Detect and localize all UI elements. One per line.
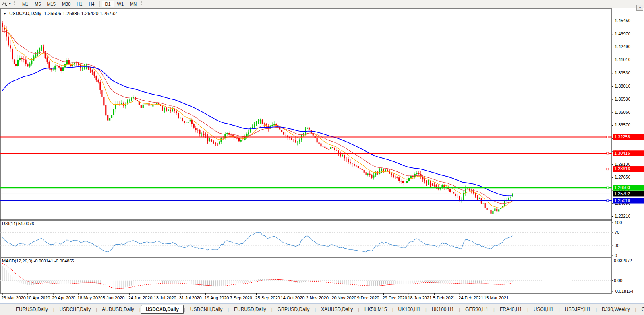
price-tag: 1.28616 — [613, 166, 644, 172]
svg-text:1.26503: 1.26503 — [614, 185, 630, 190]
svg-text:1.25019: 1.25019 — [614, 198, 630, 203]
price-tag: 1.25792 — [613, 191, 644, 196]
date-axis-label: 15 Mar 2021 — [484, 296, 509, 300]
chart-tab-USDCHF-Daily[interactable]: USDCHF,Daily — [55, 305, 96, 314]
price-tag: 1.30415 — [613, 150, 644, 156]
rsi-axis-label: 30 — [615, 243, 619, 248]
price-tag: 1.32258 — [613, 134, 644, 140]
toolbar-grip[interactable] — [14, 1, 17, 6]
date-axis-label: 7 Sep 2020 — [230, 296, 252, 300]
macd-axis-label: -0.018154 — [614, 289, 634, 294]
chart-tab-DJ30-Weekly[interactable]: DJ30,Weekly — [597, 305, 634, 314]
timeframe-button-H4[interactable]: H4 — [85, 1, 97, 7]
panel-corner-button[interactable]: ◄ — [636, 5, 643, 11]
price-axis-label: 1.41010 — [615, 57, 630, 62]
timeframe-button-D1[interactable]: D1 — [102, 1, 114, 7]
date-axis-label: 19 Aug 2020 — [205, 296, 229, 300]
date-axis-label: 5 Jun 2020 — [103, 296, 124, 300]
line-handle[interactable] — [607, 200, 609, 202]
macd-indicator-label: MACD(12,26,9) -0.003141 -0.004855 — [2, 259, 74, 263]
price-axis-label: 1.39530 — [615, 70, 630, 75]
chart-tab-XAUUSD-Daily[interactable]: XAUUSD,Daily — [316, 305, 358, 314]
chart-tab-USDCAD-Daily[interactable]: USDCAD,Daily — [141, 305, 184, 314]
chart-tab-GER30-H1[interactable]: GER30,H1 — [460, 305, 493, 314]
chart-tab-EURUSD-Daily[interactable]: EURUSD,Daily — [229, 305, 271, 314]
rsi-axis-label: 100 — [615, 220, 622, 225]
svg-text:1.28616: 1.28616 — [614, 166, 630, 171]
price-axis-label: 1.23210 — [615, 214, 630, 218]
chart-tab-UK100-H1[interactable]: UK100,H1 — [427, 305, 458, 314]
rsi-axis-label: 0 — [615, 253, 617, 258]
timeframe-button-M1[interactable]: M1 — [19, 1, 31, 7]
chart-canvas[interactable]: 1.454501.439701.424901.410101.395301.380… — [0, 0, 644, 303]
timeframe-button-M5[interactable]: M5 — [31, 1, 44, 7]
date-axis-label: 24 Feb 2021 — [458, 296, 483, 300]
date-axis-label: 20 Nov 2020 — [331, 296, 356, 300]
price-axis-label: 1.43970 — [615, 31, 630, 36]
date-axis-label: 29 Dec 2020 — [382, 296, 407, 300]
price-axis-label: 1.33570 — [615, 122, 630, 127]
date-axis-label: 9 Dec 2020 — [357, 296, 379, 300]
price-tag: 1.26503 — [613, 185, 644, 191]
svg-text:1.32258: 1.32258 — [614, 134, 630, 139]
toolbar: ▼ M1M5M15M30H1H4D1W1MN — [0, 0, 644, 8]
price-axis-label: 1.27650 — [615, 175, 630, 179]
price-axis-label: 1.35050 — [615, 110, 630, 115]
chart-ohlc-values: 1.25506 1.25885 1.25420 1.25792 — [44, 11, 117, 16]
price-tag: 1.25019 — [613, 198, 644, 204]
date-axis-label: 29 Apr 2020 — [52, 296, 75, 300]
chart-tab-USOil-H1[interactable]: USOil,H1 — [529, 305, 558, 314]
chart-symbol-label: USDCAD,Daily — [9, 11, 41, 16]
macd-axis-label: 0.032972 — [614, 258, 632, 263]
timeframe-button-H1[interactable]: H1 — [73, 1, 85, 7]
price-axis-label: 1.29130 — [615, 162, 630, 167]
price-axis-label: 1.45450 — [615, 18, 630, 23]
rsi-axis-label: 70 — [615, 230, 619, 235]
chart-tab-FRA40-H1[interactable]: FRA40,H1 — [495, 305, 527, 314]
timeframe-button-M15[interactable]: M15 — [44, 1, 59, 7]
chart-tab-EURUSD-Daily[interactable]: EURUSD,Daily — [11, 305, 53, 314]
chart-tab-bar: EURUSD,Daily|USDCHF,Daily|AUDUSD,Daily|U… — [0, 303, 644, 315]
macd-axis-label: 0.00 — [614, 278, 622, 283]
date-axis-label: 5 Feb 2021 — [433, 296, 455, 300]
metatrader-window: { "toolbar": { "timeframes": ["M1","M5",… — [0, 0, 644, 315]
date-axis-label: 23 Mar 2020 — [1, 296, 26, 300]
toolbar-separator — [99, 1, 100, 7]
chart-panel — [0, 258, 612, 293]
date-axis-label: 25 Sep 2020 — [255, 296, 280, 300]
date-axis-label: 13 Jul 2020 — [154, 296, 176, 300]
date-axis-label: 31 Jul 2020 — [179, 296, 202, 300]
chart-tab-USDJPY-H1[interactable]: USDJPY,H1 — [560, 305, 595, 314]
price-axis-label: 1.38010 — [615, 84, 630, 88]
date-axis-label: 18 May 2020 — [77, 296, 103, 300]
line-handle[interactable] — [607, 152, 609, 154]
collapse-arrow-icon[interactable]: ▼ — [3, 12, 6, 16]
chart-tab-USDCNH-Daily[interactable]: USDCNH,Daily — [186, 305, 227, 314]
date-axis-label: 18 Jan 2021 — [408, 296, 432, 300]
chevron-down-icon[interactable]: ▼ — [8, 2, 11, 5]
timeframe-button-W1[interactable]: W1 — [114, 1, 127, 7]
chart-tab-GBPUSD-Daily[interactable]: GBPUSD,Daily — [273, 305, 315, 314]
date-axis-label: 14 Oct 2020 — [281, 296, 305, 300]
chart-tab-CHINA300-H1[interactable]: CHINA300,H1 — [636, 305, 644, 314]
chart-tab-AUDUSD-Daily[interactable]: AUDUSD,Daily — [97, 305, 139, 314]
price-axis-label: 1.36530 — [615, 97, 630, 101]
line-handle[interactable] — [607, 136, 609, 138]
line-handle[interactable] — [607, 168, 609, 170]
timeframe-button-M30[interactable]: M30 — [59, 1, 73, 7]
date-axis-label: 24 Jun 2020 — [128, 296, 153, 300]
rsi-indicator-label: RSI(14) 51.0076 — [2, 221, 34, 226]
date-axis-label: 2 Nov 2020 — [306, 296, 329, 300]
line-handle[interactable] — [607, 187, 609, 189]
chart-tab-UK100-H1[interactable]: UK100,H1 — [394, 305, 425, 314]
chart-title: ▼ USDCAD,Daily 1.25506 1.25885 1.25420 1… — [3, 11, 117, 16]
price-axis-label: 1.42490 — [615, 44, 630, 49]
tab-separator: | — [139, 307, 141, 312]
toolbar-grip-2[interactable] — [141, 1, 144, 6]
timeframe-button-MN[interactable]: MN — [127, 1, 140, 7]
chart-cursor-icon[interactable] — [1, 1, 8, 7]
svg-text:1.30415: 1.30415 — [614, 151, 630, 156]
chart-panel — [0, 220, 612, 257]
chart-tab-HK50-M15[interactable]: HK50,M15 — [360, 305, 392, 314]
svg-text:1.25792: 1.25792 — [614, 191, 630, 196]
